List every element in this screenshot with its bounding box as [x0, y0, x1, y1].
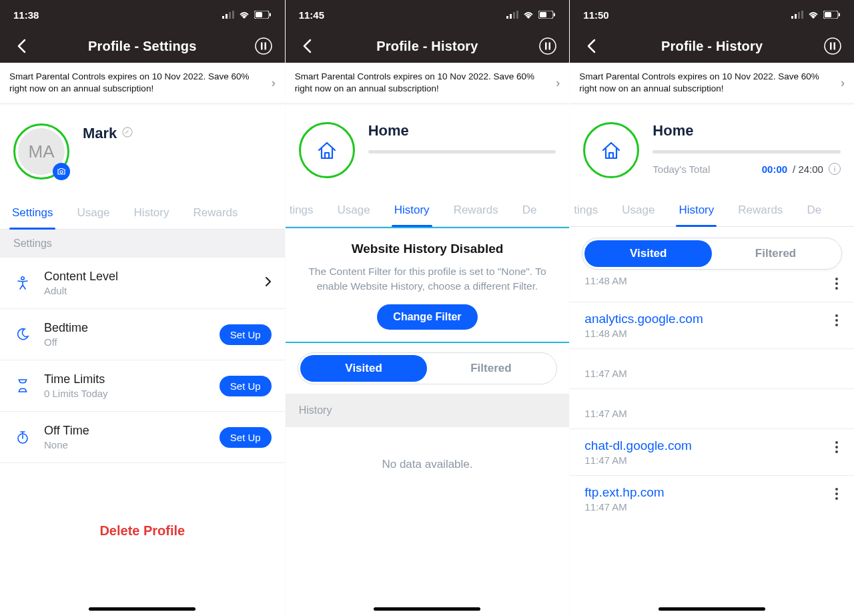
more-icon[interactable] — [834, 312, 839, 329]
tab-rewards[interactable]: Rewards — [442, 204, 510, 226]
history-entry[interactable]: chat-dl.google.com 11:47 AM — [570, 429, 854, 476]
segment-visited[interactable]: Visited — [584, 240, 712, 267]
profile-name: Mark — [83, 125, 117, 142]
nav-bar: Profile - History — [286, 29, 570, 63]
tab-usage[interactable]: Usage — [326, 204, 382, 226]
moon-icon — [13, 327, 32, 342]
tab-devices-partial[interactable]: De — [510, 204, 549, 226]
status-icons — [506, 11, 556, 19]
home-indicator[interactable] — [374, 607, 480, 611]
setting-sub: Off — [44, 336, 207, 348]
svg-rect-33 — [833, 43, 835, 50]
svg-rect-1 — [226, 14, 228, 19]
more-icon[interactable] — [834, 438, 839, 456]
home-icon[interactable] — [299, 122, 355, 178]
history-entry[interactable]: 11:48 AM — [570, 275, 854, 302]
more-icon[interactable] — [834, 275, 839, 292]
promo-banner[interactable]: Smart Parental Controls expires on 10 No… — [570, 63, 854, 103]
setting-sub: 0 Limits Today — [44, 388, 207, 399]
promo-banner[interactable]: Smart Parental Controls expires on 10 No… — [286, 63, 570, 103]
svg-point-7 — [256, 38, 272, 54]
promo-banner[interactable]: Smart Parental Controls expires on 10 No… — [0, 63, 285, 103]
info-icon[interactable]: i — [829, 163, 841, 175]
nav-title: Profile - Settings — [88, 39, 197, 54]
status-bar: 11:50 — [570, 0, 854, 29]
segment-filtered[interactable]: Filtered — [712, 240, 839, 267]
pause-button[interactable] — [253, 35, 274, 57]
svg-rect-22 — [545, 43, 547, 50]
edit-icon[interactable] — [122, 127, 133, 140]
back-button[interactable] — [580, 35, 602, 57]
promo-text: Smart Parental Controls expires on 10 No… — [9, 71, 265, 95]
signal-icon — [222, 11, 234, 19]
setting-content-level[interactable]: Content Level Adult — [0, 258, 285, 309]
status-bar: 11:45 — [286, 0, 570, 29]
segment-visited[interactable]: Visited — [300, 355, 428, 382]
home-header: Home Today's Total 00:00 / 24:00 i — [570, 103, 854, 184]
totals-used: 00:00 — [762, 164, 787, 175]
setting-off-time[interactable]: Off Time None Set Up — [0, 412, 285, 463]
history-entry[interactable]: 11:47 AM — [570, 389, 854, 429]
hourglass-icon — [13, 378, 32, 393]
home-title: Home — [653, 122, 841, 139]
tab-usage[interactable]: Usage — [65, 206, 121, 229]
more-icon[interactable] — [834, 485, 839, 503]
entry-time: 11:47 AM — [584, 398, 839, 419]
tabs: tings Usage History Rewards De — [286, 184, 570, 227]
home-title: Home — [368, 122, 556, 139]
setting-time-limits[interactable]: Time Limits 0 Limits Today Set Up — [0, 360, 285, 412]
battery-icon — [254, 11, 272, 19]
tab-rewards[interactable]: Rewards — [181, 206, 250, 229]
tab-rewards[interactable]: Rewards — [726, 204, 795, 226]
home-icon[interactable] — [583, 122, 639, 178]
history-entry[interactable]: ftp.ext.hp.com 11:47 AM — [570, 476, 854, 522]
entry-domain: chat-dl.google.com — [584, 438, 834, 453]
entry-domain: analytics.google.com — [584, 312, 834, 326]
back-button[interactable] — [11, 35, 32, 57]
disabled-sub: The Content Filter for this profile is s… — [304, 264, 551, 293]
svg-rect-25 — [795, 14, 797, 19]
svg-rect-0 — [222, 16, 224, 19]
avatar[interactable]: MA — [13, 123, 69, 180]
home-indicator[interactable] — [659, 607, 765, 611]
tab-devices-partial[interactable]: De — [795, 204, 833, 226]
tab-settings[interactable]: Settings — [0, 206, 65, 229]
segmented-control: Visited Filtered — [298, 352, 558, 384]
tab-history[interactable]: History — [667, 204, 726, 226]
tab-settings-partial[interactable]: tings — [570, 204, 610, 226]
disabled-title: Website History Disabled — [304, 242, 551, 256]
screen-settings: 11:38 Profile - Settings — [0, 0, 285, 616]
pause-button[interactable] — [537, 35, 558, 57]
tab-history[interactable]: History — [382, 204, 442, 226]
back-button[interactable] — [296, 35, 318, 57]
tab-settings-partial[interactable]: tings — [286, 204, 326, 226]
camera-icon[interactable] — [53, 163, 70, 180]
segment-filtered[interactable]: Filtered — [427, 355, 554, 382]
change-filter-button[interactable]: Change Filter — [377, 304, 477, 330]
history-entry[interactable]: analytics.google.com 11:48 AM — [570, 302, 854, 349]
profile-header: MA Mark — [0, 103, 285, 186]
svg-rect-14 — [506, 16, 508, 19]
svg-point-10 — [60, 171, 63, 174]
pause-button[interactable] — [822, 35, 843, 57]
svg-rect-24 — [791, 16, 793, 19]
promo-text: Smart Parental Controls expires on 10 No… — [579, 71, 834, 95]
tab-history[interactable]: History — [122, 206, 181, 229]
totals-label: Today's Total — [653, 164, 710, 175]
delete-profile-button[interactable]: Delete Profile — [0, 523, 285, 539]
svg-point-12 — [21, 277, 24, 280]
home-indicator[interactable] — [89, 607, 195, 611]
svg-rect-15 — [510, 14, 512, 19]
screen-history-disabled: 11:45 Profile - History Smart Parental C… — [285, 0, 570, 616]
setup-button[interactable]: Set Up — [220, 376, 272, 396]
history-entry[interactable]: 11:47 AM — [570, 349, 854, 389]
todays-total: Today's Total 00:00 / 24:00 i — [653, 163, 841, 175]
setup-button[interactable]: Set Up — [220, 427, 272, 448]
entry-time: 11:48 AM — [584, 328, 834, 339]
setting-title: Off Time — [44, 424, 207, 438]
setting-bedtime[interactable]: Bedtime Off Set Up — [0, 309, 285, 360]
entry-time: 11:48 AM — [584, 275, 834, 286]
setup-button[interactable]: Set Up — [220, 324, 272, 345]
tab-usage[interactable]: Usage — [610, 204, 667, 226]
signal-icon — [791, 11, 803, 19]
